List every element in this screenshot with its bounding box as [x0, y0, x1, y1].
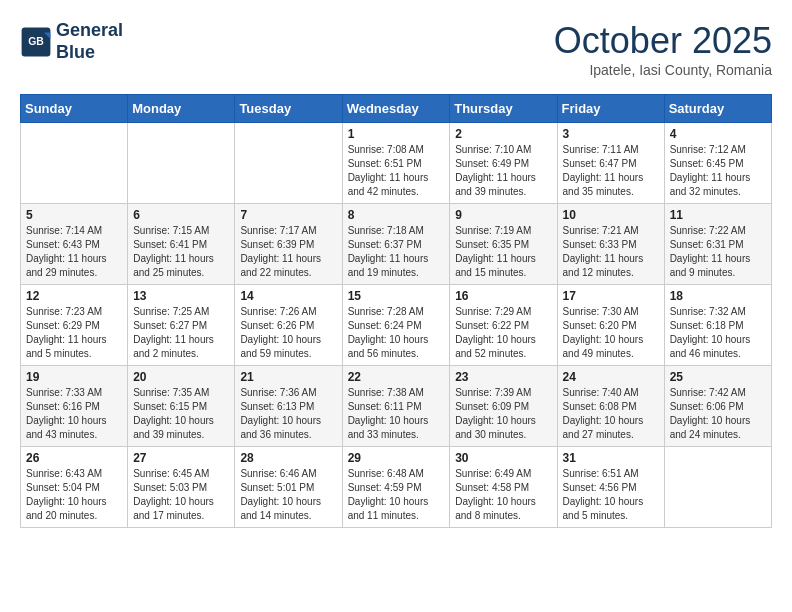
day-info: Sunrise: 6:46 AM Sunset: 5:01 PM Dayligh…: [240, 467, 336, 523]
logo-text: General Blue: [56, 20, 123, 63]
day-info: Sunrise: 6:45 AM Sunset: 5:03 PM Dayligh…: [133, 467, 229, 523]
day-info: Sunrise: 7:23 AM Sunset: 6:29 PM Dayligh…: [26, 305, 122, 361]
day-number: 17: [563, 289, 659, 303]
calendar-week-row: 26Sunrise: 6:43 AM Sunset: 5:04 PM Dayli…: [21, 447, 772, 528]
calendar-cell: 23Sunrise: 7:39 AM Sunset: 6:09 PM Dayli…: [450, 366, 557, 447]
svg-text:GB: GB: [28, 36, 44, 47]
page-header: GB General Blue October 2025 Ipatele, Ia…: [20, 20, 772, 78]
calendar-cell: 19Sunrise: 7:33 AM Sunset: 6:16 PM Dayli…: [21, 366, 128, 447]
day-info: Sunrise: 7:14 AM Sunset: 6:43 PM Dayligh…: [26, 224, 122, 280]
day-info: Sunrise: 7:10 AM Sunset: 6:49 PM Dayligh…: [455, 143, 551, 199]
day-info: Sunrise: 7:28 AM Sunset: 6:24 PM Dayligh…: [348, 305, 445, 361]
day-info: Sunrise: 7:22 AM Sunset: 6:31 PM Dayligh…: [670, 224, 766, 280]
logo: GB General Blue: [20, 20, 123, 63]
weekday-header: Sunday: [21, 95, 128, 123]
day-number: 29: [348, 451, 445, 465]
calendar-cell: 9Sunrise: 7:19 AM Sunset: 6:35 PM Daylig…: [450, 204, 557, 285]
day-number: 20: [133, 370, 229, 384]
calendar-cell: 24Sunrise: 7:40 AM Sunset: 6:08 PM Dayli…: [557, 366, 664, 447]
day-number: 28: [240, 451, 336, 465]
calendar-table: SundayMondayTuesdayWednesdayThursdayFrid…: [20, 94, 772, 528]
calendar-week-row: 1Sunrise: 7:08 AM Sunset: 6:51 PM Daylig…: [21, 123, 772, 204]
day-info: Sunrise: 6:49 AM Sunset: 4:58 PM Dayligh…: [455, 467, 551, 523]
calendar-cell: [21, 123, 128, 204]
day-info: Sunrise: 7:21 AM Sunset: 6:33 PM Dayligh…: [563, 224, 659, 280]
day-info: Sunrise: 7:39 AM Sunset: 6:09 PM Dayligh…: [455, 386, 551, 442]
day-info: Sunrise: 7:12 AM Sunset: 6:45 PM Dayligh…: [670, 143, 766, 199]
day-number: 7: [240, 208, 336, 222]
day-number: 2: [455, 127, 551, 141]
day-number: 13: [133, 289, 229, 303]
day-number: 16: [455, 289, 551, 303]
day-info: Sunrise: 7:08 AM Sunset: 6:51 PM Dayligh…: [348, 143, 445, 199]
weekday-header: Friday: [557, 95, 664, 123]
day-number: 31: [563, 451, 659, 465]
day-number: 25: [670, 370, 766, 384]
calendar-cell: 3Sunrise: 7:11 AM Sunset: 6:47 PM Daylig…: [557, 123, 664, 204]
calendar-cell: 28Sunrise: 6:46 AM Sunset: 5:01 PM Dayli…: [235, 447, 342, 528]
day-info: Sunrise: 7:26 AM Sunset: 6:26 PM Dayligh…: [240, 305, 336, 361]
weekday-header: Tuesday: [235, 95, 342, 123]
day-number: 3: [563, 127, 659, 141]
calendar-week-row: 19Sunrise: 7:33 AM Sunset: 6:16 PM Dayli…: [21, 366, 772, 447]
day-number: 1: [348, 127, 445, 141]
calendar-cell: 21Sunrise: 7:36 AM Sunset: 6:13 PM Dayli…: [235, 366, 342, 447]
logo-icon: GB: [20, 26, 52, 58]
day-number: 8: [348, 208, 445, 222]
day-info: Sunrise: 7:17 AM Sunset: 6:39 PM Dayligh…: [240, 224, 336, 280]
calendar-cell: 26Sunrise: 6:43 AM Sunset: 5:04 PM Dayli…: [21, 447, 128, 528]
calendar-cell: 13Sunrise: 7:25 AM Sunset: 6:27 PM Dayli…: [128, 285, 235, 366]
title-block: October 2025 Ipatele, Iasi County, Roman…: [554, 20, 772, 78]
day-number: 15: [348, 289, 445, 303]
day-info: Sunrise: 7:32 AM Sunset: 6:18 PM Dayligh…: [670, 305, 766, 361]
day-number: 30: [455, 451, 551, 465]
calendar-cell: 30Sunrise: 6:49 AM Sunset: 4:58 PM Dayli…: [450, 447, 557, 528]
day-info: Sunrise: 6:48 AM Sunset: 4:59 PM Dayligh…: [348, 467, 445, 523]
calendar-cell: 17Sunrise: 7:30 AM Sunset: 6:20 PM Dayli…: [557, 285, 664, 366]
calendar-week-row: 5Sunrise: 7:14 AM Sunset: 6:43 PM Daylig…: [21, 204, 772, 285]
calendar-cell: 31Sunrise: 6:51 AM Sunset: 4:56 PM Dayli…: [557, 447, 664, 528]
calendar-cell: 15Sunrise: 7:28 AM Sunset: 6:24 PM Dayli…: [342, 285, 450, 366]
day-number: 9: [455, 208, 551, 222]
day-number: 23: [455, 370, 551, 384]
calendar-cell: 10Sunrise: 7:21 AM Sunset: 6:33 PM Dayli…: [557, 204, 664, 285]
day-number: 14: [240, 289, 336, 303]
day-number: 6: [133, 208, 229, 222]
calendar-cell: 18Sunrise: 7:32 AM Sunset: 6:18 PM Dayli…: [664, 285, 771, 366]
day-number: 24: [563, 370, 659, 384]
day-info: Sunrise: 7:11 AM Sunset: 6:47 PM Dayligh…: [563, 143, 659, 199]
day-number: 19: [26, 370, 122, 384]
calendar-header-row: SundayMondayTuesdayWednesdayThursdayFrid…: [21, 95, 772, 123]
calendar-cell: [235, 123, 342, 204]
calendar-cell: 8Sunrise: 7:18 AM Sunset: 6:37 PM Daylig…: [342, 204, 450, 285]
calendar-cell: 11Sunrise: 7:22 AM Sunset: 6:31 PM Dayli…: [664, 204, 771, 285]
calendar-cell: 20Sunrise: 7:35 AM Sunset: 6:15 PM Dayli…: [128, 366, 235, 447]
location-subtitle: Ipatele, Iasi County, Romania: [554, 62, 772, 78]
calendar-cell: 25Sunrise: 7:42 AM Sunset: 6:06 PM Dayli…: [664, 366, 771, 447]
calendar-cell: 7Sunrise: 7:17 AM Sunset: 6:39 PM Daylig…: [235, 204, 342, 285]
calendar-cell: 12Sunrise: 7:23 AM Sunset: 6:29 PM Dayli…: [21, 285, 128, 366]
calendar-cell: 14Sunrise: 7:26 AM Sunset: 6:26 PM Dayli…: [235, 285, 342, 366]
day-number: 5: [26, 208, 122, 222]
day-info: Sunrise: 7:30 AM Sunset: 6:20 PM Dayligh…: [563, 305, 659, 361]
month-title: October 2025: [554, 20, 772, 62]
calendar-week-row: 12Sunrise: 7:23 AM Sunset: 6:29 PM Dayli…: [21, 285, 772, 366]
day-number: 4: [670, 127, 766, 141]
day-info: Sunrise: 7:38 AM Sunset: 6:11 PM Dayligh…: [348, 386, 445, 442]
calendar-cell: 4Sunrise: 7:12 AM Sunset: 6:45 PM Daylig…: [664, 123, 771, 204]
day-info: Sunrise: 7:18 AM Sunset: 6:37 PM Dayligh…: [348, 224, 445, 280]
day-info: Sunrise: 7:42 AM Sunset: 6:06 PM Dayligh…: [670, 386, 766, 442]
day-info: Sunrise: 6:51 AM Sunset: 4:56 PM Dayligh…: [563, 467, 659, 523]
day-info: Sunrise: 7:40 AM Sunset: 6:08 PM Dayligh…: [563, 386, 659, 442]
calendar-cell: [664, 447, 771, 528]
day-info: Sunrise: 7:15 AM Sunset: 6:41 PM Dayligh…: [133, 224, 229, 280]
weekday-header: Monday: [128, 95, 235, 123]
calendar-cell: 27Sunrise: 6:45 AM Sunset: 5:03 PM Dayli…: [128, 447, 235, 528]
day-number: 18: [670, 289, 766, 303]
day-number: 21: [240, 370, 336, 384]
calendar-cell: 6Sunrise: 7:15 AM Sunset: 6:41 PM Daylig…: [128, 204, 235, 285]
day-info: Sunrise: 7:33 AM Sunset: 6:16 PM Dayligh…: [26, 386, 122, 442]
calendar-cell: 5Sunrise: 7:14 AM Sunset: 6:43 PM Daylig…: [21, 204, 128, 285]
day-number: 22: [348, 370, 445, 384]
calendar-cell: 1Sunrise: 7:08 AM Sunset: 6:51 PM Daylig…: [342, 123, 450, 204]
